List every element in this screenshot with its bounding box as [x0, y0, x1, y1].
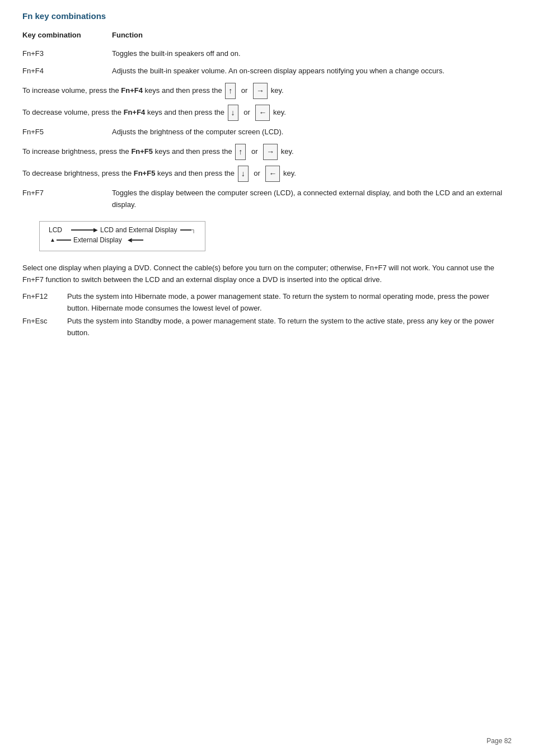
- right-arrow-icon: →: [253, 83, 268, 99]
- lcd-external-label: LCD and External Display: [100, 226, 177, 234]
- brightness-decrease-text: To decrease brightness, press the: [22, 169, 134, 177]
- function-header: Function: [112, 31, 143, 39]
- volume-decrease-text: To decrease volume, press the: [22, 108, 124, 116]
- key-combination-header: Key combination: [22, 31, 112, 39]
- volume-decrease-suffix: keys and then press the: [145, 108, 226, 116]
- fn-f12-key: Fn+F12: [22, 291, 67, 314]
- brightness-increase-line: To increase brightness, press the Fn+F5 …: [22, 144, 512, 160]
- dense-entries: Fn+F12 Puts the system into Hibernate mo…: [22, 291, 512, 339]
- brightness-decrease-suffix: keys and then press the: [155, 169, 236, 177]
- up-arrow-icon-2: ↑: [235, 144, 246, 160]
- volume-increase-line: To increase volume, press the Fn+F4 keys…: [22, 83, 512, 99]
- fn-f7-function: Toggles the display between the computer…: [112, 187, 512, 211]
- brightness-increase-text: To increase brightness, press the: [22, 147, 131, 156]
- brightness-decrease-keys: Fn+F5: [134, 169, 156, 177]
- diagram-arrow-right: ▶: [71, 227, 98, 233]
- volume-increase-suffix: keys and then press the: [143, 86, 224, 95]
- table-header: Key combination Function: [22, 31, 512, 39]
- key-text-3: key.: [281, 147, 294, 156]
- fn-f3-key: Fn+F3: [22, 48, 112, 60]
- key-text-2: key.: [273, 108, 286, 116]
- fn-f4-entry: Fn+F4 Adjusts the built-in speaker volum…: [22, 65, 512, 77]
- brightness-increase-suffix: keys and then press the: [153, 147, 234, 156]
- fn-f7-entry: Fn+F7 Toggles the display between the co…: [22, 187, 512, 211]
- page-title: Fn key combinations: [22, 11, 512, 21]
- fn-f5-entry: Fn+F5 Adjusts the brightness of the comp…: [22, 126, 512, 138]
- fn-f3-entry: Fn+F3 Toggles the built-in speakers off …: [22, 48, 512, 60]
- fn-f12-entry: Fn+F12 Puts the system into Hibernate mo…: [22, 291, 512, 314]
- external-label: External Display: [73, 236, 122, 244]
- page-number: Page 82: [486, 737, 512, 745]
- volume-decrease-line: To decrease volume, press the Fn+F4 keys…: [22, 105, 512, 121]
- down-arrow-icon: ↓: [228, 105, 238, 121]
- volume-increase-keys: Fn+F4: [121, 86, 143, 95]
- fn-f4-key: Fn+F4: [22, 65, 112, 77]
- key-text-4: key.: [283, 169, 296, 177]
- volume-increase-text: To increase volume, press the: [22, 86, 121, 95]
- fn-f5-key: Fn+F5: [22, 126, 112, 138]
- diagram-row-1: LCD ▶ LCD and External Display ┐: [49, 226, 196, 234]
- left-arrow-icon: ←: [255, 105, 270, 121]
- right-arrow-icon-2: →: [263, 144, 278, 160]
- brightness-increase-keys: Fn+F5: [131, 147, 153, 156]
- or-text-1: or: [241, 86, 248, 95]
- fn-f4-function: Adjusts the built-in speaker volume. An …: [112, 65, 512, 77]
- lcd-label: LCD: [49, 226, 71, 234]
- or-text-3: or: [251, 147, 258, 156]
- or-text-4: or: [254, 169, 260, 177]
- left-arrow-icon-2: ←: [265, 166, 280, 182]
- fn-esc-entry: Fn+Esc Puts the system into Standby mode…: [22, 316, 512, 339]
- volume-decrease-keys: Fn+F4: [124, 108, 146, 116]
- diagram-row-2: ▲ External Display ◀: [49, 236, 196, 244]
- up-arrow-icon: ↑: [225, 83, 236, 99]
- fn-f3-function: Toggles the built-in speakers off and on…: [112, 48, 512, 60]
- fn-esc-function: Puts the system into Standby mode, a pow…: [67, 316, 512, 339]
- select-dvd-text: Select one display when playing a DVD. C…: [22, 262, 512, 286]
- down-arrow-icon-2: ↓: [238, 166, 249, 182]
- lcd-diagram: LCD ▶ LCD and External Display ┐ ▲ Exter…: [39, 221, 205, 251]
- fn-f12-function: Puts the system into Hibernate mode, a p…: [67, 291, 512, 314]
- fn-esc-key: Fn+Esc: [22, 316, 67, 339]
- or-text-2: or: [243, 108, 250, 116]
- fn-f5-function: Adjusts the brightness of the computer s…: [112, 126, 512, 138]
- key-text-1: key.: [271, 86, 284, 95]
- brightness-decrease-line: To decrease brightness, press the Fn+F5 …: [22, 166, 512, 182]
- fn-f7-key: Fn+F7: [22, 187, 112, 211]
